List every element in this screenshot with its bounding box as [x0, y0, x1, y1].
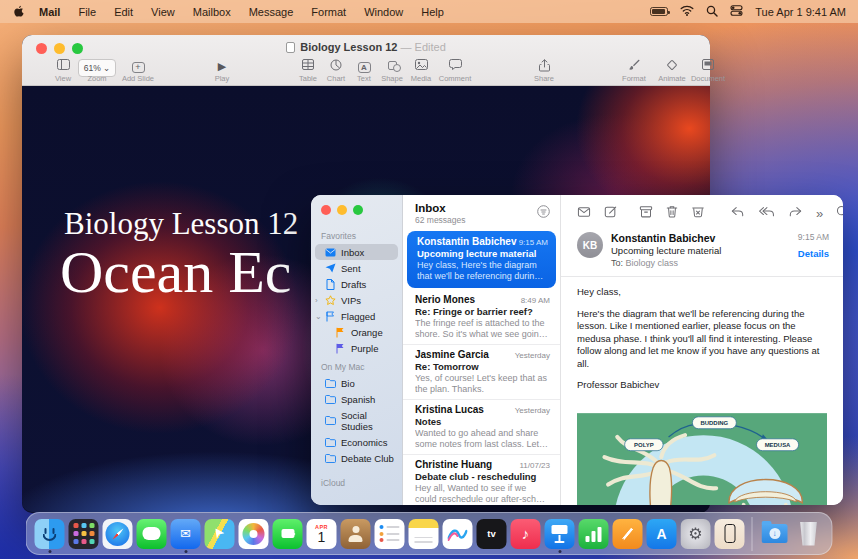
message-row-selected[interactable]: Konstantin Babichev9:15 AM Upcoming lect… — [407, 231, 556, 288]
dock-system-settings[interactable]: ⚙ — [681, 519, 711, 549]
document-icon — [682, 59, 734, 73]
menu-window[interactable]: Window — [355, 6, 412, 18]
mail-traffic-lights — [311, 203, 402, 225]
dock-numbers[interactable] — [579, 519, 609, 549]
sidebar-item-bio[interactable]: Bio — [311, 375, 402, 391]
sidebar-item-vips[interactable]: › VIPs — [311, 292, 402, 308]
menu-help[interactable]: Help — [412, 6, 453, 18]
spotlight-search-icon[interactable] — [706, 5, 718, 19]
body-paragraph: Here's the diagram that we'll be referen… — [577, 308, 827, 371]
junk-icon[interactable] — [691, 204, 705, 222]
search-icon[interactable] — [836, 204, 843, 222]
downloads-folder-icon: ↓ — [762, 524, 788, 543]
iphone-icon — [724, 524, 735, 543]
control-center-icon[interactable] — [730, 5, 743, 18]
keynote-share-button[interactable]: Share — [518, 59, 570, 83]
dock-trash[interactable] — [794, 519, 824, 549]
sidebar-item-spanish[interactable]: Spanish — [311, 391, 402, 407]
filter-icon[interactable] — [537, 204, 550, 222]
sidebar-header-smart-mailboxes[interactable]: Smart Mailboxes — [311, 499, 402, 505]
dock-reminders[interactable] — [375, 519, 405, 549]
message-row[interactable]: Jasmine GarciaYesterday Re: Tomorrow Yes… — [403, 345, 560, 400]
dock-tv[interactable]: tv — [477, 519, 507, 549]
keynote-document-button[interactable]: Document — [682, 59, 734, 83]
keynote-play-button[interactable]: ▶ Play — [196, 59, 248, 83]
document-proxy-icon — [286, 42, 295, 53]
numbers-bars-icon — [586, 536, 590, 542]
reply-icon[interactable] — [730, 204, 745, 222]
dock-downloads[interactable]: ↓ — [760, 519, 790, 549]
reply-all-icon[interactable] — [758, 204, 775, 222]
sidebar-item-sent[interactable]: Sent — [311, 260, 402, 276]
mail-toolbar: » — [561, 195, 843, 228]
close-button[interactable] — [321, 205, 331, 215]
dock-safari[interactable] — [103, 519, 133, 549]
contacts-person-icon — [348, 526, 364, 542]
zoom-window-button[interactable] — [353, 205, 363, 215]
details-link[interactable]: Details — [798, 248, 829, 259]
message-meta: Konstantin Babichev Upcoming lecture mat… — [611, 232, 798, 268]
wifi-icon[interactable] — [680, 5, 694, 18]
sidebar-item-inbox[interactable]: Inbox — [315, 244, 398, 260]
message-row[interactable]: Nerio Mones8:49 AM Re: Fringe or barrier… — [403, 290, 560, 345]
sidebar-header-icloud[interactable]: iCloud — [311, 472, 402, 491]
dock-messages[interactable] — [137, 519, 167, 549]
messages-bubble-icon — [143, 527, 161, 540]
dock-contacts[interactable] — [341, 519, 371, 549]
dock-launchpad[interactable] — [69, 519, 99, 549]
dock-app-store[interactable]: A — [647, 519, 677, 549]
chevron-down-icon[interactable]: ⌄ — [315, 312, 322, 321]
dock-photos[interactable] — [239, 519, 269, 549]
dock-calendar[interactable]: APR1 — [307, 519, 337, 549]
sidebar-item-flagged[interactable]: ⌄ Flagged — [311, 308, 402, 324]
desktop: { "menu_bar": { "menus": ["Mail", "File"… — [0, 0, 858, 559]
mail-window: Favorites Inbox Sent Drafts › VIPs ⌄ Fla… — [311, 195, 843, 505]
keynote-comment-button[interactable]: Comment — [429, 59, 481, 83]
dock-mail[interactable]: ✉ — [171, 519, 201, 549]
archive-icon[interactable] — [639, 204, 653, 222]
forward-icon[interactable] — [788, 204, 803, 222]
trash-icon[interactable] — [666, 204, 678, 222]
get-mail-icon[interactable] — [577, 204, 591, 222]
sidebar-item-debate-club[interactable]: Debate Club — [311, 450, 402, 466]
dock-freeform[interactable] — [443, 519, 473, 549]
dock-keynote[interactable] — [545, 519, 575, 549]
compose-icon[interactable] — [604, 204, 617, 222]
menu-view[interactable]: View — [142, 6, 184, 18]
trash-can-icon — [799, 522, 819, 546]
comment-icon — [429, 59, 481, 73]
dock-notes[interactable] — [409, 519, 439, 549]
folder-icon — [325, 415, 336, 426]
dock-facetime[interactable] — [273, 519, 303, 549]
menu-mailbox[interactable]: Mailbox — [184, 6, 240, 18]
dock-finder[interactable] — [35, 519, 65, 549]
sidebar-item-drafts[interactable]: Drafts — [311, 276, 402, 292]
menu-file[interactable]: File — [69, 6, 105, 18]
sidebar-item-economics[interactable]: Economics — [311, 434, 402, 450]
dock-music[interactable]: ♪ — [511, 519, 541, 549]
message-row[interactable]: Kristina LucasYesterday Notes Wanted to … — [403, 400, 560, 455]
menu-format[interactable]: Format — [302, 6, 355, 18]
sidebar-item-flag-purple[interactable]: Purple — [311, 340, 402, 356]
dock-iphone-mirroring[interactable] — [715, 519, 745, 549]
dock-maps[interactable] — [205, 519, 235, 549]
apple-menu-icon[interactable] — [12, 5, 26, 19]
battery-icon[interactable] — [650, 7, 668, 16]
more-actions-icon[interactable]: » — [816, 206, 823, 221]
chevron-right-icon[interactable]: › — [315, 296, 318, 305]
menu-message[interactable]: Message — [240, 6, 303, 18]
menu-edit[interactable]: Edit — [105, 6, 142, 18]
message-row[interactable]: Christine Huang11/07/23 Debate club - re… — [403, 455, 560, 505]
vips-star-icon — [325, 295, 336, 306]
menu-bar-clock[interactable]: Tue Apr 1 9:41 AM — [755, 6, 846, 18]
launchpad-grid-icon — [81, 531, 86, 536]
menu-mail[interactable]: Mail — [30, 6, 69, 18]
orange-flag-icon — [335, 327, 346, 338]
dock-pages[interactable] — [613, 519, 643, 549]
keynote-add-slide-button[interactable]: + Add Slide — [112, 59, 164, 83]
minimize-button[interactable] — [337, 205, 347, 215]
sidebar-header-favorites: Favorites — [311, 225, 402, 244]
sidebar-item-flag-orange[interactable]: Orange — [311, 324, 402, 340]
sidebar-item-social-studies[interactable]: Social Studies — [311, 407, 402, 434]
message-count: 62 messages — [415, 215, 550, 225]
